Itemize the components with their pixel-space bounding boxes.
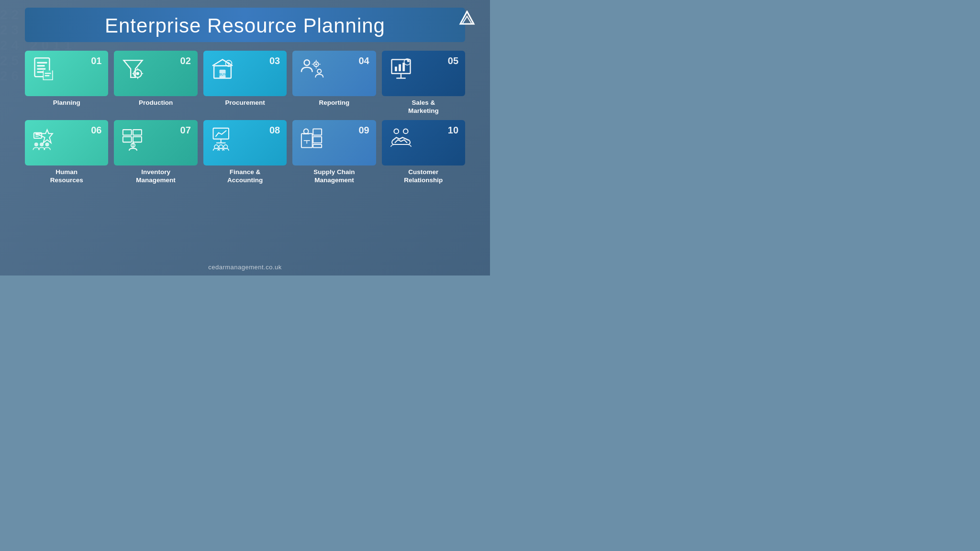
- card-label-reporting: Reporting: [319, 99, 350, 107]
- svg-rect-3: [37, 62, 47, 63]
- card-label-sales: Sales & Marketing: [408, 99, 439, 115]
- production-icon: [121, 55, 145, 83]
- header-banner: Enterprise Resource Planning: [25, 8, 465, 42]
- svg-rect-58: [313, 137, 322, 143]
- card-production[interactable]: 02: [114, 51, 197, 96]
- svg-point-43: [45, 143, 49, 146]
- card-inventory[interactable]: 07: [114, 120, 197, 165]
- svg-text:BUY: BUY: [219, 72, 226, 77]
- row-1: 01 Planning: [25, 51, 465, 115]
- card-group-supplychain: 09 Supply Chain Management: [292, 120, 376, 185]
- card-label-inventory: Inventory Management: [136, 168, 176, 185]
- card-group-inventory: 07 Inventory Management: [114, 120, 197, 185]
- card-number-planning: 01: [91, 55, 101, 66]
- svg-rect-45: [123, 137, 132, 142]
- card-group-sales: 05 Sales & Marketing: [382, 51, 465, 115]
- footer: cedarmanagement.co.uk: [25, 261, 465, 271]
- svg-marker-0: [460, 11, 474, 24]
- sales-icon: [389, 55, 413, 83]
- svg-point-41: [34, 143, 38, 146]
- hr-icon: [32, 125, 56, 153]
- card-number-supplychain: 09: [358, 125, 369, 136]
- card-crm[interactable]: 10: [382, 120, 465, 165]
- planning-icon: [32, 55, 56, 83]
- svg-point-64: [394, 129, 399, 133]
- reporting-icon: [299, 55, 324, 83]
- card-reporting[interactable]: 04: [292, 51, 376, 96]
- card-planning[interactable]: 01: [25, 51, 108, 96]
- card-finance[interactable]: 08: [203, 120, 287, 165]
- svg-marker-10: [124, 60, 143, 77]
- card-hr[interactable]: 06: [25, 120, 108, 165]
- svg-rect-59: [313, 144, 322, 148]
- card-number-finance: 08: [269, 125, 280, 136]
- card-sales[interactable]: 05: [382, 51, 465, 96]
- card-label-procurement: Procurement: [225, 99, 265, 107]
- svg-rect-44: [123, 130, 132, 135]
- svg-point-65: [403, 129, 408, 133]
- svg-rect-35: [399, 64, 401, 71]
- company-logo: [458, 11, 476, 30]
- card-number-production: 02: [180, 55, 191, 66]
- card-group-production: 02 Production: [114, 51, 197, 115]
- svg-point-12: [136, 72, 140, 76]
- card-group-procurement: BUY 03 Procurement: [203, 51, 287, 115]
- svg-rect-34: [395, 66, 397, 71]
- crm-icon: [389, 125, 413, 153]
- card-number-sales: 05: [448, 55, 458, 66]
- card-group-finance: 08 Finance & Accounting: [203, 120, 287, 185]
- card-label-supplychain: Supply Chain Management: [313, 168, 355, 185]
- card-label-hr: Human Resources: [50, 168, 83, 185]
- procurement-icon: BUY: [210, 55, 235, 83]
- cards-grid: 01 Planning: [25, 51, 465, 261]
- finance-icon: [210, 125, 235, 153]
- svg-rect-46: [133, 130, 142, 135]
- row-2: 06 Human Resources: [25, 120, 465, 185]
- card-group-hr: 06 Human Resources: [25, 120, 108, 185]
- inventory-icon: [121, 125, 145, 153]
- main-content: Enterprise Resource Planning: [0, 0, 490, 276]
- card-number-reporting: 04: [358, 55, 369, 66]
- svg-rect-9: [45, 75, 50, 76]
- svg-rect-6: [37, 71, 43, 73]
- card-number-crm: 10: [448, 125, 458, 136]
- card-number-inventory: 07: [180, 125, 191, 136]
- card-label-production: Production: [139, 99, 173, 107]
- svg-rect-61: [303, 133, 309, 134]
- page-title: Enterprise Resource Planning: [25, 14, 465, 37]
- svg-point-42: [40, 143, 44, 146]
- svg-rect-4: [37, 65, 45, 66]
- svg-rect-57: [313, 129, 322, 135]
- card-supplychain[interactable]: 09: [292, 120, 376, 165]
- card-number-procurement: 03: [269, 55, 280, 66]
- card-label-planning: Planning: [53, 99, 80, 107]
- card-group-crm: 10 Customer Relationship: [382, 120, 465, 185]
- svg-point-23: [304, 60, 310, 65]
- card-number-hr: 06: [91, 125, 101, 136]
- svg-rect-47: [133, 137, 142, 142]
- card-label-finance: Finance & Accounting: [227, 168, 263, 185]
- footer-url: cedarmanagement.co.uk: [208, 264, 282, 271]
- supplychain-icon: [299, 125, 324, 153]
- card-group-reporting: 04 Reporting: [292, 51, 376, 115]
- card-label-crm: Customer Relationship: [404, 168, 443, 185]
- card-group-planning: 01 Planning: [25, 51, 108, 115]
- svg-rect-8: [45, 73, 51, 74]
- svg-point-30: [317, 69, 321, 73]
- svg-point-60: [304, 129, 309, 133]
- svg-rect-5: [37, 68, 45, 69]
- svg-point-25: [315, 63, 317, 65]
- card-procurement[interactable]: BUY 03: [203, 51, 287, 96]
